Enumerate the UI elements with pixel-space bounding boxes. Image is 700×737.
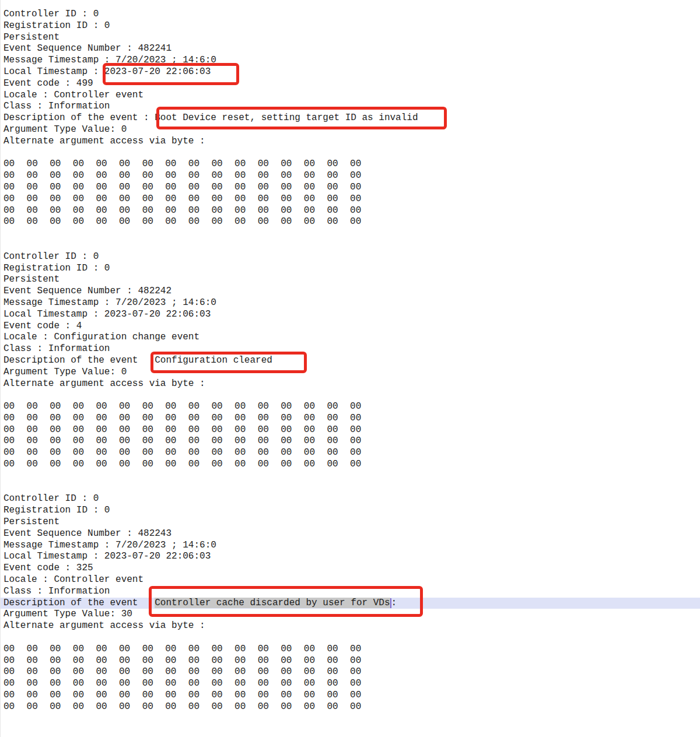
log-line-controller-id: Controller ID : 0 xyxy=(0,9,700,20)
log-text: Message Timestamp : 7/20/2023 ; 14:6:0 xyxy=(4,55,216,65)
log-line-alternate-argument-access: Alternate argument access via byte : xyxy=(0,378,700,390)
hex-dump-row: 00 00 00 00 00 00 00 00 00 00 00 00 00 0… xyxy=(0,678,700,690)
log-text: Message Timestamp : 7/20/2023 ; 14:6:0 xyxy=(4,540,216,550)
event-log-entry: Controller ID : 0Registration ID : 0Pers… xyxy=(0,9,700,228)
hex-dump-row: 00 00 00 00 00 00 00 00 00 00 00 00 00 0… xyxy=(0,644,700,655)
log-text: Class : Information xyxy=(4,586,110,596)
log-line-class: Class : Information xyxy=(0,343,700,355)
log-text: Event code : 499 xyxy=(4,78,93,89)
log-line-controller-id: Controller ID : 0 xyxy=(0,493,700,505)
log-text: Local Timestamp : 2023-07-20 22:06:03 xyxy=(4,309,211,320)
log-line-class: Class : Information xyxy=(0,101,700,113)
log-line-message-timestamp: Message Timestamp : 7/20/2023 ; 14:6:0 xyxy=(0,540,700,552)
log-line-description: Description of the event Configuration c… xyxy=(0,355,700,367)
log-text: Controller ID : 0 xyxy=(4,251,99,262)
log-text: Message Timestamp : 7/20/2023 ; 14:6:0 xyxy=(4,297,216,308)
hex-dump: 00 00 00 00 00 00 00 00 00 00 00 00 00 0… xyxy=(0,644,700,713)
log-text: Description of the event xyxy=(4,598,155,608)
hex-dump-row: 00 00 00 00 00 00 00 00 00 00 00 00 00 0… xyxy=(0,170,700,182)
hex-dump-row: 00 00 00 00 00 00 00 00 00 00 00 00 00 0… xyxy=(0,655,700,667)
log-text: Event Sequence Number : 482242 xyxy=(4,286,172,296)
log-line-registration-id: Registration ID : 0 xyxy=(0,505,700,517)
log-line-description: Description of the event : Boot Device r… xyxy=(0,113,700,124)
log-line-event-sequence-number: Event Sequence Number : 482241 xyxy=(0,43,700,55)
log-line-locale: Locale : Controller event xyxy=(0,90,700,101)
log-line-alternate-argument-access: Alternate argument access via byte : xyxy=(0,620,700,632)
log-text: Locale : Configuration change event xyxy=(4,332,200,342)
log-text: Local Timestamp : 2023-07-20 22:06:03 xyxy=(4,66,211,77)
log-text: Controller ID : 0 xyxy=(4,493,99,504)
hex-dump: 00 00 00 00 00 00 00 00 00 00 00 00 00 0… xyxy=(0,401,700,471)
hex-dump-row: 00 00 00 00 00 00 00 00 00 00 00 00 00 0… xyxy=(0,701,700,713)
log-text: Event code : 325 xyxy=(4,563,93,573)
log-line-local-timestamp: Local Timestamp : 2023-07-20 22:06:03 xyxy=(0,66,700,78)
hex-dump-row: 00 00 00 00 00 00 00 00 00 00 00 00 00 0… xyxy=(0,447,700,459)
log-line-event-code: Event code : 499 xyxy=(0,78,700,90)
log-line-alternate-argument-access: Alternate argument access via byte : xyxy=(0,136,700,148)
log-line-argument-type-value: Argument Type Value: 30 xyxy=(0,609,700,620)
event-log-content[interactable]: Controller ID : 0Registration ID : 0Pers… xyxy=(0,0,700,737)
log-line-locale: Locale : Configuration change event xyxy=(0,332,700,343)
hex-dump-row: 00 00 00 00 00 00 00 00 00 00 00 00 00 0… xyxy=(0,436,700,447)
log-text: Description of the event : Boot Device r… xyxy=(4,113,418,123)
hex-dump-row: 00 00 00 00 00 00 00 00 00 00 00 00 00 0… xyxy=(0,424,700,436)
hex-dump-row: 00 00 00 00 00 00 00 00 00 00 00 00 00 0… xyxy=(0,159,700,170)
log-text: Registration ID : 0 xyxy=(4,505,110,515)
log-text: Argument Type Value: 30 xyxy=(4,609,132,619)
log-text: Persistent xyxy=(4,274,60,285)
hex-dump: 00 00 00 00 00 00 00 00 00 00 00 00 00 0… xyxy=(0,159,700,228)
log-line-message-timestamp: Message Timestamp : 7/20/2023 ; 14:6:0 xyxy=(0,297,700,309)
log-line-event-code: Event code : 4 xyxy=(0,321,700,332)
hex-dump-row: 00 00 00 00 00 00 00 00 00 00 00 00 00 0… xyxy=(0,205,700,217)
log-text: Event Sequence Number : 482241 xyxy=(4,43,172,54)
log-text: Registration ID : 0 xyxy=(4,20,110,31)
event-log-entry: Controller ID : 0Registration ID : 0Pers… xyxy=(0,251,700,471)
log-line-persistent: Persistent xyxy=(0,32,700,44)
log-line-class: Class : Information xyxy=(0,586,700,598)
log-line-argument-type-value: Argument Type Value: 0 xyxy=(0,367,700,378)
event-log-entry: Controller ID : 0Registration ID : 0Pers… xyxy=(0,493,700,713)
hex-dump-row: 00 00 00 00 00 00 00 00 00 00 00 00 00 0… xyxy=(0,413,700,424)
log-line-message-timestamp: Message Timestamp : 7/20/2023 ; 14:6:0 xyxy=(0,55,700,66)
log-text: Locale : Controller event xyxy=(4,90,144,100)
log-text: Alternate argument access via byte : xyxy=(4,620,205,631)
log-line-argument-type-value: Argument Type Value: 0 xyxy=(0,124,700,136)
log-text: Description of the event Configuration c… xyxy=(4,355,272,366)
log-text: Persistent xyxy=(4,517,60,527)
pane-left-edge xyxy=(0,0,1,737)
log-text: Registration ID : 0 xyxy=(4,263,110,273)
log-text: Locale : Controller event xyxy=(4,574,144,585)
log-text: Argument Type Value: 0 xyxy=(4,124,127,135)
log-line-event-sequence-number: Event Sequence Number : 482243 xyxy=(0,528,700,540)
log-line-locale: Locale : Controller event xyxy=(0,574,700,586)
log-line-local-timestamp: Local Timestamp : 2023-07-20 22:06:03 xyxy=(0,551,700,563)
log-line-event-sequence-number: Event Sequence Number : 482242 xyxy=(0,286,700,297)
log-line-event-code: Event code : 325 xyxy=(0,563,700,574)
log-line-persistent: Persistent xyxy=(0,517,700,528)
selected-text: Controller cache discarded by user for V… xyxy=(155,598,390,608)
log-text: Alternate argument access via byte : xyxy=(4,136,205,146)
hex-dump-row: 00 00 00 00 00 00 00 00 00 00 00 00 00 0… xyxy=(0,666,700,678)
log-text: : xyxy=(391,598,397,608)
log-text: Class : Information xyxy=(4,343,110,354)
log-text: Local Timestamp : 2023-07-20 22:06:03 xyxy=(4,551,211,561)
log-line-controller-id: Controller ID : 0 xyxy=(0,251,700,263)
log-line-local-timestamp: Local Timestamp : 2023-07-20 22:06:03 xyxy=(0,309,700,321)
log-text: Event code : 4 xyxy=(4,321,82,331)
log-text: Event Sequence Number : 482243 xyxy=(4,528,172,539)
log-text: Class : Information xyxy=(4,101,110,111)
log-text: Argument Type Value: 0 xyxy=(4,367,127,377)
hex-dump-row: 00 00 00 00 00 00 00 00 00 00 00 00 00 0… xyxy=(0,182,700,194)
hex-dump-row: 00 00 00 00 00 00 00 00 00 00 00 00 00 0… xyxy=(0,459,700,471)
log-text: Controller ID : 0 xyxy=(4,9,99,19)
hex-dump-row: 00 00 00 00 00 00 00 00 00 00 00 00 00 0… xyxy=(0,194,700,205)
log-text: Persistent xyxy=(4,32,60,43)
log-line-registration-id: Registration ID : 0 xyxy=(0,20,700,32)
log-line-description: Description of the event Controller cach… xyxy=(0,598,700,609)
log-line-persistent: Persistent xyxy=(0,274,700,286)
hex-dump-row: 00 00 00 00 00 00 00 00 00 00 00 00 00 0… xyxy=(0,216,700,228)
hex-dump-row: 00 00 00 00 00 00 00 00 00 00 00 00 00 0… xyxy=(0,401,700,413)
log-text: Alternate argument access via byte : xyxy=(4,378,205,389)
hex-dump-row: 00 00 00 00 00 00 00 00 00 00 00 00 00 0… xyxy=(0,690,700,701)
log-line-registration-id: Registration ID : 0 xyxy=(0,263,700,275)
